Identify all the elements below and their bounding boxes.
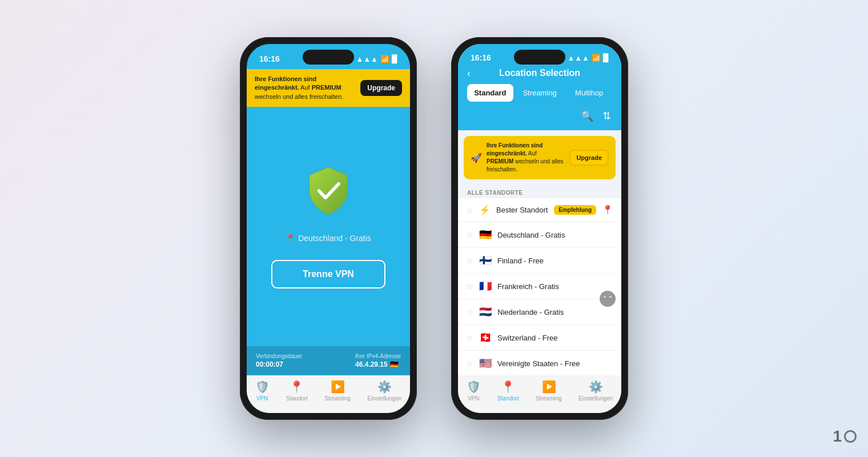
standort-nav-icon-1: 📍 bbox=[290, 380, 304, 394]
banner-bold-2: Ihre Funktionen sind eingeschränkt. bbox=[487, 142, 542, 157]
sort-icon[interactable]: ⇅ bbox=[602, 110, 611, 122]
star-icon-fr: ☆ bbox=[466, 282, 473, 291]
location-list: ☆ ⚡ Bester Standort Empfehlung 📍 ☆ 🇩🇪 De… bbox=[458, 198, 621, 375]
vpn-nav-icon: 🛡️ bbox=[255, 380, 270, 394]
flag-ch: 🇨🇭 bbox=[479, 331, 492, 344]
nav-settings-label-1: Einstellungen bbox=[367, 395, 401, 402]
nav-streaming-1[interactable]: ▶️ Streaming bbox=[324, 380, 351, 402]
battery-icon-2: ▉ bbox=[603, 54, 609, 62]
duration-stat: Verbindungsdauer 00:00:07 bbox=[256, 353, 302, 368]
nav-vpn-2[interactable]: 🛡️ VPN bbox=[467, 380, 481, 402]
nav-settings-2[interactable]: ⚙️ Einstellungen bbox=[578, 380, 613, 402]
watermark: 1 bbox=[833, 427, 857, 446]
nav-vpn-1[interactable]: 🛡️ VPN bbox=[255, 380, 270, 402]
loc-name-best: Bester Standort bbox=[496, 206, 548, 214]
star-icon-de: ☆ bbox=[466, 230, 473, 239]
loc-name-fi: Finland - Free bbox=[497, 256, 613, 265]
loc-name-de: Deutschland - Gratis bbox=[497, 231, 613, 239]
vpn-nav-icon-2: 🛡️ bbox=[467, 380, 481, 394]
disconnect-button[interactable]: Trenne VPN bbox=[271, 260, 385, 288]
location-content: 🚀 Ihre Funktionen sind eingeschränkt. Au… bbox=[458, 130, 621, 375]
screen-2: 16:16 ▲▲▲ 📶 ▉ ‹ Location Selection Stand… bbox=[458, 44, 621, 413]
location-item-us[interactable]: ☆ 🇺🇸 Vereinigte Staaten - Free bbox=[458, 351, 621, 375]
status-time-1: 16:16 bbox=[259, 54, 280, 63]
status-icons-1: ▲▲▲ 📶 ▉ bbox=[356, 55, 397, 63]
star-icon-ch: ☆ bbox=[466, 333, 473, 342]
nav-standort-1[interactable]: 📍 Standort bbox=[286, 380, 308, 402]
nav-settings-1[interactable]: ⚙️ Einstellungen bbox=[367, 380, 401, 402]
phone-2: 16:16 ▲▲▲ 📶 ▉ ‹ Location Selection Stand… bbox=[451, 37, 628, 420]
screen-1: 16:16 ▲▲▲ 📶 ▉ Ihre Funktionen sind einge… bbox=[247, 44, 410, 413]
flag-best: ⚡ bbox=[479, 205, 491, 215]
ip-label: Ihre IPv4-Adresse bbox=[355, 353, 401, 359]
wifi-icon: 📶 bbox=[380, 55, 389, 63]
upgrade-banner-2: 🚀 Ihre Funktionen sind eingeschränkt. Au… bbox=[464, 136, 616, 179]
tab-streaming[interactable]: Streaming bbox=[517, 84, 563, 102]
location-label-1: 📍 Deutschland - Gratis bbox=[286, 234, 371, 243]
banner-text-1: Ihre Funktionen sind eingeschränkt. Auf … bbox=[255, 75, 356, 101]
location-item-fr[interactable]: ☆ 🇫🇷 Frankreich - Gratis bbox=[458, 274, 621, 299]
nav-standort-label-1: Standort bbox=[286, 395, 308, 402]
dynamic-island bbox=[303, 50, 354, 65]
upgrade-button-1[interactable]: Upgrade bbox=[360, 80, 402, 96]
signal-icon: ▲▲▲ bbox=[356, 55, 378, 63]
flag-us: 🇺🇸 bbox=[479, 357, 492, 370]
shield-icon bbox=[303, 165, 354, 217]
star-icon-best: ☆ bbox=[466, 206, 473, 215]
main-content-1: 📍 Deutschland - Gratis Trenne VPN bbox=[247, 107, 410, 346]
status-icons-2: ▲▲▲ 📶 ▉ bbox=[567, 54, 609, 62]
tab-multihop[interactable]: Multihop bbox=[566, 84, 612, 102]
streaming-nav-icon-1: ▶️ bbox=[331, 380, 345, 394]
loc-toolbar: 🔍 ⇅ bbox=[467, 107, 612, 123]
nav-settings-label-2: Einstellungen bbox=[578, 395, 613, 402]
upgrade-button-2[interactable]: Upgrade bbox=[569, 150, 609, 166]
nav-streaming-label-1: Streaming bbox=[324, 395, 351, 402]
loc-name-ch: Switzerland - Free bbox=[497, 334, 613, 342]
loc-name-nl: Niederlande - Gratis bbox=[497, 308, 613, 316]
search-icon[interactable]: 🔍 bbox=[581, 110, 593, 122]
bottom-nav-2: 🛡️ VPN 📍 Standort ▶️ Streaming ⚙️ Einste… bbox=[458, 375, 621, 413]
location-item-de[interactable]: ☆ 🇩🇪 Deutschland - Gratis bbox=[458, 222, 621, 248]
nav-streaming-2[interactable]: ▶️ Streaming bbox=[536, 380, 562, 402]
scroll-up-button[interactable]: ⌃⌃ bbox=[600, 291, 616, 307]
back-button[interactable]: ‹ bbox=[467, 67, 471, 79]
bottom-nav-1: 🛡️ VPN 📍 Standort ▶️ Streaming ⚙️ Einste… bbox=[247, 375, 410, 413]
location-pin-icon: 📍 bbox=[286, 234, 295, 243]
loc-name-us: Vereinigte Staaten - Free bbox=[497, 359, 613, 368]
duration-value: 00:00:07 bbox=[256, 360, 302, 368]
location-item-nl[interactable]: ☆ 🇳🇱 Niederlande - Gratis bbox=[458, 299, 621, 325]
phone-1: 16:16 ▲▲▲ 📶 ▉ Ihre Funktionen sind einge… bbox=[240, 37, 417, 420]
location-item-best[interactable]: ☆ ⚡ Bester Standort Empfehlung 📍 bbox=[458, 198, 621, 222]
dynamic-island-2 bbox=[514, 50, 565, 65]
nav-vpn-label-2: VPN bbox=[468, 395, 480, 402]
flag-fr: 🇫🇷 bbox=[479, 280, 492, 292]
pin-icon-best: 📍 bbox=[602, 205, 613, 215]
star-icon-nl: ☆ bbox=[466, 307, 473, 316]
upgrade-banner-1: Ihre Funktionen sind eingeschränkt. Auf … bbox=[247, 69, 410, 107]
nav-standort-2[interactable]: 📍 Standort bbox=[497, 380, 519, 402]
watermark-text: 1 bbox=[833, 427, 842, 446]
location-selection-title: Location Selection bbox=[499, 68, 580, 78]
banner-text-2: Ihre Funktionen sind eingeschränkt. Auf … bbox=[487, 142, 565, 174]
loc-header-top: ‹ Location Selection bbox=[467, 65, 612, 84]
star-icon-fi: ☆ bbox=[466, 256, 473, 265]
ip-value: 46.4.29.15 🇩🇪 bbox=[355, 360, 401, 368]
settings-nav-icon-2: ⚙️ bbox=[589, 380, 603, 394]
wifi-icon-2: 📶 bbox=[592, 54, 601, 62]
watermark-zero bbox=[844, 430, 857, 443]
streaming-nav-icon-2: ▶️ bbox=[542, 380, 556, 394]
location-item-ch[interactable]: ☆ 🇨🇭 Switzerland - Free bbox=[458, 325, 621, 351]
empfehlung-badge: Empfehlung bbox=[554, 205, 596, 215]
nav-standort-label-2: Standort bbox=[497, 395, 519, 402]
flag-de: 🇩🇪 bbox=[479, 228, 492, 241]
nav-streaming-label-2: Streaming bbox=[536, 395, 562, 402]
rocket-icon: 🚀 bbox=[471, 153, 482, 163]
location-text-1: Deutschland - Gratis bbox=[298, 234, 371, 243]
nav-vpn-label-1: VPN bbox=[256, 395, 268, 402]
star-icon-us: ☆ bbox=[466, 359, 473, 368]
location-item-fi[interactable]: ☆ 🇫🇮 Finland - Free bbox=[458, 248, 621, 274]
all-locations-label: ALLE STANDORTE bbox=[458, 185, 621, 198]
settings-nav-icon-1: ⚙️ bbox=[377, 380, 392, 394]
signal-icon-2: ▲▲▲ bbox=[567, 54, 589, 62]
tab-standard[interactable]: Standard bbox=[467, 84, 513, 102]
